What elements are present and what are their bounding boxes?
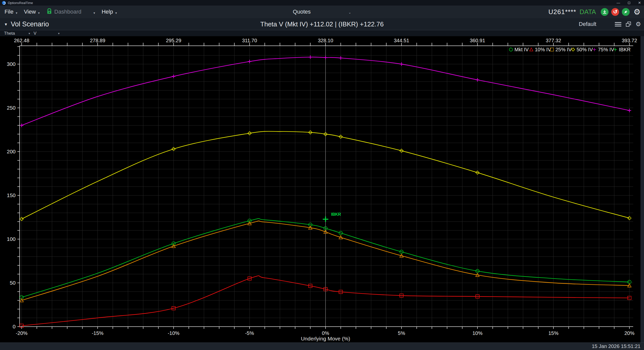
ibkr-point-label: IBKR — [331, 212, 341, 216]
x-axis-bottom-label: -15% — [92, 330, 104, 336]
x-axis-bottom-label: 0% — [322, 330, 329, 336]
y-axis-label: 0 — [13, 324, 16, 329]
account-toolbar: U261**** DATA ↺ ⚙ — [548, 6, 640, 18]
x-axis-bottom-label: -20% — [16, 330, 28, 336]
x-axis-bottom-label: 10% — [472, 330, 482, 336]
copy-icon[interactable] — [626, 22, 631, 27]
vol-scenario-header: ▼ Vol Scenario Theta V (Mkt IV) +112.02 … — [0, 18, 644, 30]
data-status-badge: DATA — [580, 8, 596, 16]
y-axis-label: 150 — [7, 192, 16, 198]
chevron-down-icon: ▾ — [115, 11, 117, 15]
vol-scenario-chart[interactable]: 262.48-20%278.89-15%295.29-10%311.70-5%3… — [0, 36, 640, 342]
chart-title: Theta V (Mkt IV) +112.02 | (IBKR) +122.7… — [260, 20, 384, 28]
chevron-down-icon: ▾ — [58, 32, 60, 35]
preset-name[interactable]: Default — [579, 21, 596, 27]
menu-dashboard[interactable]: Dashboard — [54, 9, 82, 15]
x-axis-top-label: 278.89 — [90, 38, 105, 43]
x-axis-top-label: 393.72 — [622, 38, 637, 43]
menu-help[interactable]: Help — [102, 9, 113, 15]
x-axis-bottom-label: 20% — [624, 330, 634, 336]
x-axis-top-label: 295.29 — [166, 38, 181, 43]
timestamp: 15 Jan 2026 15:51:21 — [592, 343, 640, 349]
greek-dropdown[interactable]: Theta ▾ — [4, 31, 30, 36]
title-bar: OptionsRealTime — ✕ — [0, 0, 644, 6]
collapse-caret-icon[interactable]: ▼ — [4, 22, 8, 26]
x-axis-top-label: 360.91 — [470, 38, 485, 43]
x-axis-bottom-label: -10% — [168, 330, 180, 336]
quotes-dropdown[interactable]: Quotes — [293, 9, 311, 15]
y-axis-label: 100 — [7, 236, 16, 242]
legend-label-MktIV: Mkt IV — [514, 47, 529, 52]
legend-label-25IV: 25% IV — [555, 47, 572, 52]
download-button[interactable] — [601, 8, 609, 16]
menu-items: File ▾ View ▾ Dashboard ▾ Help ▾ — [5, 6, 124, 18]
menu-view[interactable]: View — [24, 9, 36, 15]
x-axis-title: Underlying Move (%) — [301, 336, 350, 341]
panel-title: Vol Scenario — [11, 20, 49, 28]
menu-bar: File ▾ View ▾ Dashboard ▾ Help ▾ Quotes … — [0, 6, 644, 18]
settings-gear-icon[interactable]: ⚙ — [633, 8, 640, 16]
x-axis-bottom-label: 15% — [548, 330, 558, 336]
gear-icon[interactable]: ⚙ — [635, 21, 641, 27]
window-title: OptionsRealTime — [8, 1, 33, 5]
menu-file[interactable]: File — [5, 9, 13, 15]
account-id: U261**** — [548, 8, 576, 16]
chart-parameter-row: Theta ▾ V ▾ — [0, 30, 644, 36]
x-axis-bottom-label: 5% — [398, 330, 405, 336]
chevron-down-icon: ▾ — [16, 11, 17, 15]
x-axis-bottom-label: -5% — [245, 330, 254, 336]
minimize-button[interactable]: — — [616, 1, 620, 5]
maximize-button[interactable] — [627, 1, 631, 5]
menu-hamburger-icon[interactable] — [615, 22, 621, 26]
metric-dropdown[interactable]: V ▾ — [34, 31, 60, 36]
close-button[interactable]: ✕ — [637, 1, 641, 5]
x-axis-top-label: 328.10 — [318, 38, 333, 43]
chevron-down-icon: ▾ — [28, 32, 30, 35]
x-axis-top-label: 344.51 — [394, 38, 409, 43]
chevron-down-icon: ▾ — [38, 11, 40, 15]
legend-label-10IV: 10% IV — [535, 47, 551, 52]
plug-connection-button[interactable] — [622, 8, 630, 16]
undo-button[interactable]: ↺ — [611, 8, 619, 16]
app-logo-icon — [2, 1, 6, 5]
y-axis-label: 300 — [7, 61, 16, 67]
legend-label-75IV: 75% IV — [598, 47, 614, 52]
app-window: OptionsRealTime — ✕ File ▾ View ▾ Dashbo… — [0, 0, 644, 350]
chevron-down-icon[interactable]: ⌄ — [348, 11, 351, 14]
window-controls: — ✕ — [616, 0, 641, 6]
chevron-down-icon: ▾ — [93, 11, 95, 15]
legend-label-IBKR: IBKR — [619, 47, 631, 52]
marker-circle — [509, 48, 513, 51]
x-axis-top-label: 262.48 — [14, 38, 29, 43]
legend-label-50IV: 50% IV — [577, 47, 593, 52]
marker-diamond — [572, 48, 575, 51]
marker-triangle — [530, 48, 533, 51]
x-axis-top-label: 311.70 — [242, 38, 257, 43]
y-axis-label: 200 — [7, 149, 16, 154]
x-axis-top-label: 377.32 — [546, 38, 561, 43]
y-axis-label: 50 — [10, 280, 16, 286]
y-axis-label: 250 — [7, 105, 16, 111]
status-bar: 15 Jan 2026 15:51:21 — [0, 342, 644, 350]
lock-icon — [47, 8, 52, 15]
